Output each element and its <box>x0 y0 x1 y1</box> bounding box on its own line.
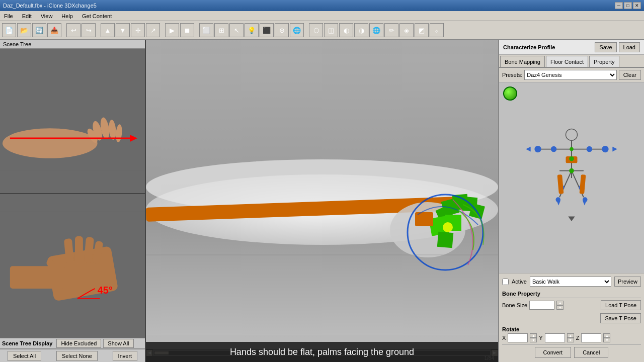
tb-t4[interactable]: ◑ <box>354 23 368 37</box>
tb-cam[interactable]: ⬛ <box>260 23 274 37</box>
menu-help[interactable]: Help <box>59 13 75 19</box>
tb-move[interactable]: ✛ <box>131 23 145 37</box>
active-checkbox[interactable] <box>502 279 509 285</box>
rotate-x-input[interactable]: 0.0 <box>508 333 528 342</box>
tb-t1[interactable]: ⬡ <box>309 23 323 37</box>
3d-scene[interactable] <box>146 40 498 349</box>
presets-label: Presets: <box>502 72 522 78</box>
save-t-pose-btn[interactable]: Save T Pose <box>600 313 641 323</box>
clear-btn[interactable]: Clear <box>619 70 641 80</box>
presets-select[interactable]: Daz4 Genesis <box>524 70 616 80</box>
rotate-y-spinner[interactable]: ▲ ▼ <box>567 333 574 342</box>
close-btn[interactable]: ✕ <box>633 2 641 9</box>
character-figure <box>516 123 627 233</box>
z-axis-label: Z <box>576 335 580 341</box>
rotate-y-input[interactable]: 0.0 <box>545 333 565 342</box>
rotate-z-down[interactable]: ▼ <box>603 338 610 342</box>
preview-btn[interactable]: Preview <box>614 277 641 287</box>
save-profile-btn[interactable]: Save <box>595 42 616 52</box>
left-panel: Scene Tree <box>0 40 146 362</box>
rotate-x-spinner[interactable]: ▲ ▼ <box>530 333 537 342</box>
bone-property-header: Bone Property <box>502 290 641 298</box>
svg-point-44 <box>602 145 608 152</box>
convert-btn[interactable]: Convert <box>535 347 572 358</box>
tb-redo[interactable]: ↪ <box>82 23 96 37</box>
tb-select[interactable]: ↖ <box>229 23 244 37</box>
center-viewport[interactable]: Render: Pixel Shader Faces Count: 37744 … <box>146 40 498 362</box>
tb-undo[interactable]: ↩ <box>66 23 80 37</box>
tb-t8[interactable]: ◩ <box>415 23 429 37</box>
presets-row: Presets: Daz4 Genesis Clear <box>499 68 644 82</box>
invert-btn[interactable]: Invert <box>113 351 138 361</box>
bone-size-row: Bone Size 5.0 ▲ ▼ Load T Pose <box>502 300 641 310</box>
menubar: File Edit View Help Get Content <box>0 11 644 21</box>
bone-size-label: Bone Size <box>502 302 527 308</box>
tb-new[interactable]: 📄 <box>2 23 16 37</box>
tb-axis[interactable]: ⊕ <box>275 23 289 37</box>
tb-t7[interactable]: ◈ <box>399 23 414 37</box>
tb-light[interactable]: 💡 <box>245 23 259 37</box>
active-row: Active Basic Walk Preview <box>502 276 641 288</box>
show-all-btn[interactable]: Show All <box>103 339 133 348</box>
tb-open[interactable]: 📂 <box>17 23 31 37</box>
tb-play[interactable]: ▶ <box>165 23 179 37</box>
bottom-controls: Active Basic Walk Preview Bone Property … <box>499 274 644 362</box>
svg-point-32 <box>443 222 453 232</box>
load-profile-btn[interactable]: Load <box>619 42 640 52</box>
menu-get-content[interactable]: Get Content <box>80 13 114 19</box>
svg-point-42 <box>534 145 541 152</box>
tb-t3[interactable]: ◐ <box>339 23 353 37</box>
scene-tree-display-label: Scene Tree Display <box>2 340 52 346</box>
rotate-z-spinner[interactable]: ▲ ▼ <box>603 333 610 342</box>
rotate-x-down[interactable]: ▼ <box>530 338 537 342</box>
main-layout: Scene Tree <box>0 40 644 362</box>
tb-globe[interactable]: 🌐 <box>290 23 304 37</box>
svg-point-45 <box>587 146 592 151</box>
menu-file[interactable]: File <box>2 13 15 19</box>
select-all-btn[interactable]: Select All <box>8 351 41 361</box>
bone-size-up[interactable]: ▲ <box>556 301 564 305</box>
tb-t2[interactable]: ◫ <box>324 23 338 37</box>
tb-t5[interactable]: 🌐 <box>369 23 383 37</box>
motion-select[interactable]: Basic Walk <box>530 277 611 287</box>
hide-excluded-btn[interactable]: Hide Excluded <box>56 339 101 348</box>
bone-size-down[interactable]: ▼ <box>556 305 564 310</box>
bone-size-spinner[interactable]: ▲ ▼ <box>556 301 564 310</box>
rotate-x-up[interactable]: ▲ <box>530 333 537 338</box>
tab-floor-contact[interactable]: Floor Contact <box>546 56 588 67</box>
tb-grid[interactable]: ⊞ <box>214 23 228 37</box>
menu-view[interactable]: View <box>39 13 55 19</box>
tb-stop[interactable]: ⏹ <box>180 23 194 37</box>
convert-cancel-row: Convert Cancel <box>502 344 641 360</box>
tb-move-down[interactable]: ▼ <box>116 23 130 37</box>
characterize-header: Characterize Profile Save Load <box>499 40 644 55</box>
rotate-y-up[interactable]: ▲ <box>567 333 574 338</box>
tb-rotate[interactable]: ↗ <box>146 23 160 37</box>
tab-property[interactable]: Property <box>589 56 619 67</box>
tb-refresh[interactable]: 🔄 <box>32 23 46 37</box>
select-none-btn[interactable]: Select None <box>56 351 98 361</box>
maximize-btn[interactable]: □ <box>624 2 632 9</box>
lower-viewport[interactable]: 45° <box>0 194 145 338</box>
active-label: Active <box>512 279 527 285</box>
x-axis-label: X <box>502 335 506 341</box>
tb-wireframe[interactable]: ⬜ <box>199 23 213 37</box>
cancel-btn[interactable]: Cancel <box>574 347 608 358</box>
load-t-pose-btn[interactable]: Load T Pose <box>601 300 641 310</box>
upper-viewport[interactable] <box>0 49 145 194</box>
tb-import[interactable]: 📥 <box>47 23 61 37</box>
tb-t6[interactable]: ✏ <box>384 23 398 37</box>
menu-edit[interactable]: Edit <box>20 13 34 19</box>
titlebar-controls[interactable]: ─ □ ✕ <box>615 2 641 9</box>
svg-point-43 <box>551 146 556 151</box>
rotate-y-down[interactable]: ▼ <box>567 338 574 342</box>
rotate-z-input[interactable]: 34.0 <box>581 333 601 342</box>
svg-rect-12 <box>75 236 83 263</box>
tb-move-up[interactable]: ▲ <box>101 23 115 37</box>
tb-t9[interactable]: ⬦ <box>430 23 444 37</box>
bone-size-input[interactable]: 5.0 <box>529 301 554 310</box>
minimize-btn[interactable]: ─ <box>615 2 623 9</box>
svg-rect-31 <box>437 232 454 248</box>
tab-bone-mapping[interactable]: Bone Mapping <box>500 56 545 67</box>
rotate-z-up[interactable]: ▲ <box>603 333 610 338</box>
